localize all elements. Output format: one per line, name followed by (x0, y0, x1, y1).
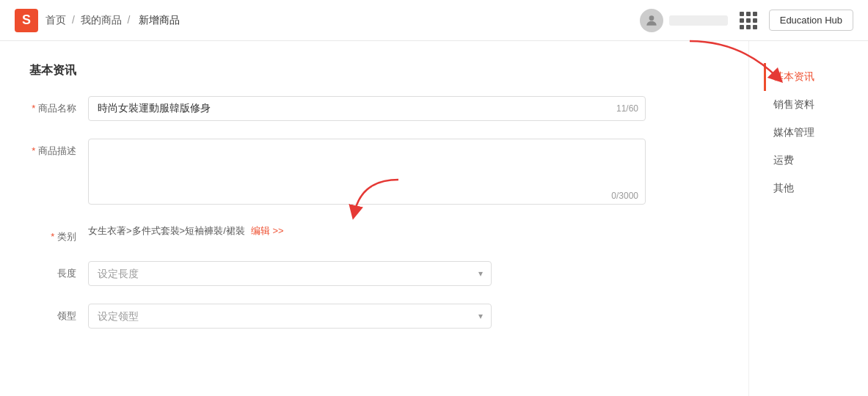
category-label: 类别 (29, 224, 88, 243)
user-area (640, 9, 728, 32)
category-edit-link[interactable]: 编辑 >> (251, 224, 284, 238)
breadcrumb: 首页 / 我的商品 / 新增商品 (45, 14, 183, 27)
svg-point-0 (649, 15, 654, 21)
main-layout: 基本资讯 商品名称 11/60 商品描述 0/3000 类别 (0, 41, 868, 396)
right-nav-item[interactable]: 运费 (764, 147, 836, 175)
logo: S (15, 9, 38, 32)
category-value-row: 女生衣著>多件式套裝>短袖褲裝/裙裝 编辑 >> (88, 224, 646, 238)
avatar (640, 9, 663, 32)
product-name-control: 11/60 (88, 96, 646, 121)
right-nav-item[interactable]: 销售资料 (764, 91, 836, 119)
product-desc-input[interactable] (88, 139, 646, 205)
product-desc-counter: 0/3000 (611, 191, 638, 201)
category-row: 类别 女生衣著>多件式套裝>短袖褲裝/裙裝 编辑 >> (29, 224, 719, 243)
collar-select-wrapper: 设定领型 ▾ (88, 304, 492, 329)
username-placeholder (669, 15, 728, 26)
category-text: 女生衣著>多件式套裝>短袖褲裝/裙裝 (88, 224, 245, 238)
education-hub-button[interactable]: Education Hub (769, 10, 853, 31)
product-name-wrapper: 11/60 (88, 96, 646, 121)
product-name-row: 商品名称 11/60 (29, 96, 719, 121)
product-name-label: 商品名称 (29, 96, 88, 115)
product-name-input[interactable] (88, 96, 646, 121)
breadcrumb-home[interactable]: 首页 (45, 14, 66, 26)
length-row: 長度 设定長度 ▾ (29, 261, 719, 286)
collar-row: 领型 设定领型 ▾ (29, 304, 719, 329)
right-nav-list: 基本资讯销售资料媒体管理运费其他 (764, 63, 836, 202)
product-desc-wrapper: 0/3000 (88, 139, 646, 207)
length-control: 设定長度 ▾ (88, 261, 646, 286)
collar-control: 设定领型 ▾ (88, 304, 646, 329)
product-desc-row: 商品描述 0/3000 (29, 139, 719, 207)
apps-icon[interactable] (740, 12, 757, 29)
breadcrumb-current: 新增商品 (139, 14, 180, 26)
length-select[interactable]: 设定長度 (88, 261, 492, 286)
content-area: 基本资讯 商品名称 11/60 商品描述 0/3000 类别 (0, 41, 748, 396)
right-nav-item[interactable]: 基本资讯 (764, 63, 836, 91)
length-label: 長度 (29, 261, 88, 280)
length-select-wrapper: 设定長度 ▾ (88, 261, 492, 286)
category-control: 女生衣著>多件式套裝>短袖褲裝/裙裝 编辑 >> (88, 224, 646, 238)
right-nav-item[interactable]: 其他 (764, 175, 836, 202)
section-title: 基本资讯 (29, 63, 719, 78)
product-name-counter: 11/60 (616, 103, 638, 114)
collar-select[interactable]: 设定领型 (88, 304, 492, 329)
collar-label: 领型 (29, 304, 88, 323)
header-right: Education Hub (640, 9, 853, 32)
breadcrumb-my-products[interactable]: 我的商品 (81, 14, 122, 26)
header: S 首页 / 我的商品 / 新增商品 Education Hub (0, 0, 868, 41)
product-desc-label: 商品描述 (29, 139, 88, 158)
right-nav-item[interactable]: 媒体管理 (764, 119, 836, 147)
product-desc-control: 0/3000 (88, 139, 646, 207)
right-nav: 基本资讯销售资料媒体管理运费其他 (748, 41, 851, 396)
user-icon (644, 13, 659, 28)
